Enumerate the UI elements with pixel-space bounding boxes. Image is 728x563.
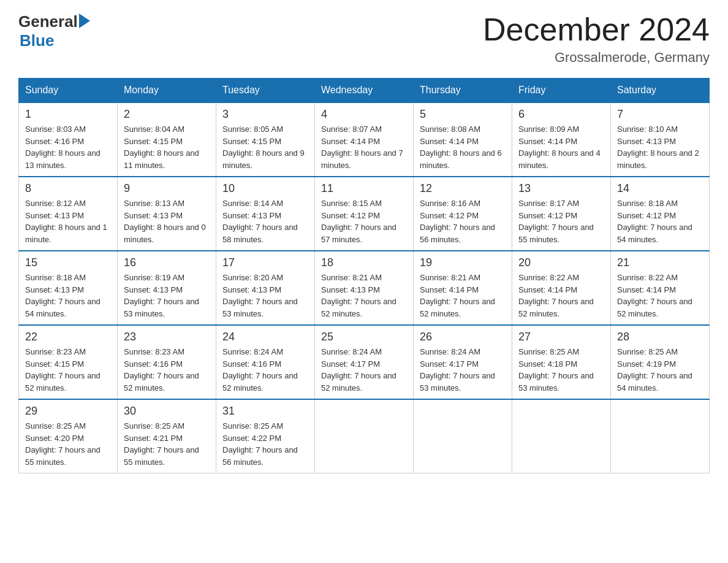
month-title: December 2024 xyxy=(483,12,710,47)
header-tuesday: Tuesday xyxy=(216,79,315,103)
day-info: Sunrise: 8:03 AMSunset: 4:16 PMDaylight:… xyxy=(25,123,111,171)
day-number: 16 xyxy=(124,256,210,269)
day-number: 23 xyxy=(124,331,210,343)
day-info: Sunrise: 8:13 AMSunset: 4:13 PMDaylight:… xyxy=(124,197,210,245)
calendar-cell: 23 Sunrise: 8:23 AMSunset: 4:16 PMDaylig… xyxy=(118,325,216,399)
day-number: 3 xyxy=(222,108,308,121)
calendar-cell: 20 Sunrise: 8:22 AMSunset: 4:14 PMDaylig… xyxy=(512,251,611,325)
calendar-cell: 7 Sunrise: 8:10 AMSunset: 4:13 PMDayligh… xyxy=(611,102,710,177)
logo-general-text: General xyxy=(18,12,78,31)
week-row-5: 29 Sunrise: 8:25 AMSunset: 4:20 PMDaylig… xyxy=(19,399,710,473)
day-info: Sunrise: 8:25 AMSunset: 4:19 PMDaylight:… xyxy=(617,346,703,394)
calendar-cell: 25 Sunrise: 8:24 AMSunset: 4:17 PMDaylig… xyxy=(315,325,414,399)
calendar-cell: 8 Sunrise: 8:12 AMSunset: 4:13 PMDayligh… xyxy=(19,177,118,251)
day-info: Sunrise: 8:21 AMSunset: 4:13 PMDaylight:… xyxy=(321,272,407,320)
page-header: General Blue December 2024 Grossalmerode… xyxy=(18,12,710,66)
day-info: Sunrise: 8:14 AMSunset: 4:13 PMDaylight:… xyxy=(222,197,308,245)
day-info: Sunrise: 8:25 AMSunset: 4:22 PMDaylight:… xyxy=(222,420,308,468)
calendar-table: SundayMondayTuesdayWednesdayThursdayFrid… xyxy=(18,78,710,473)
calendar-cell: 21 Sunrise: 8:22 AMSunset: 4:14 PMDaylig… xyxy=(611,251,710,325)
day-number: 9 xyxy=(124,182,210,195)
day-number: 31 xyxy=(222,405,308,418)
calendar-cell: 18 Sunrise: 8:21 AMSunset: 4:13 PMDaylig… xyxy=(315,251,414,325)
day-info: Sunrise: 8:10 AMSunset: 4:13 PMDaylight:… xyxy=(617,123,703,171)
calendar-cell xyxy=(414,399,512,473)
logo: General Blue xyxy=(18,12,90,50)
day-info: Sunrise: 8:24 AMSunset: 4:17 PMDaylight:… xyxy=(321,346,407,394)
calendar-cell: 26 Sunrise: 8:24 AMSunset: 4:17 PMDaylig… xyxy=(414,325,512,399)
logo-arrow-icon xyxy=(79,13,90,28)
day-info: Sunrise: 8:18 AMSunset: 4:12 PMDaylight:… xyxy=(617,197,703,245)
calendar-cell: 14 Sunrise: 8:18 AMSunset: 4:12 PMDaylig… xyxy=(611,177,710,251)
title-section: December 2024 Grossalmerode, Germany xyxy=(483,12,710,66)
calendar-cell: 22 Sunrise: 8:23 AMSunset: 4:15 PMDaylig… xyxy=(19,325,118,399)
day-info: Sunrise: 8:19 AMSunset: 4:13 PMDaylight:… xyxy=(124,272,210,320)
calendar-cell: 10 Sunrise: 8:14 AMSunset: 4:13 PMDaylig… xyxy=(216,177,315,251)
day-info: Sunrise: 8:20 AMSunset: 4:13 PMDaylight:… xyxy=(222,272,308,320)
day-info: Sunrise: 8:15 AMSunset: 4:12 PMDaylight:… xyxy=(321,197,407,245)
header-monday: Monday xyxy=(118,79,216,103)
day-number: 4 xyxy=(321,108,407,121)
calendar-cell: 5 Sunrise: 8:08 AMSunset: 4:14 PMDayligh… xyxy=(414,102,512,177)
day-number: 29 xyxy=(25,405,111,418)
calendar-header-row: SundayMondayTuesdayWednesdayThursdayFrid… xyxy=(19,79,710,103)
day-info: Sunrise: 8:22 AMSunset: 4:14 PMDaylight:… xyxy=(518,272,604,320)
day-info: Sunrise: 8:25 AMSunset: 4:18 PMDaylight:… xyxy=(518,346,604,394)
day-number: 22 xyxy=(25,331,111,343)
week-row-3: 15 Sunrise: 8:18 AMSunset: 4:13 PMDaylig… xyxy=(19,251,710,325)
day-info: Sunrise: 8:24 AMSunset: 4:17 PMDaylight:… xyxy=(420,346,506,394)
calendar-cell: 1 Sunrise: 8:03 AMSunset: 4:16 PMDayligh… xyxy=(19,102,118,177)
calendar-cell: 27 Sunrise: 8:25 AMSunset: 4:18 PMDaylig… xyxy=(512,325,611,399)
day-info: Sunrise: 8:24 AMSunset: 4:16 PMDaylight:… xyxy=(222,346,308,394)
day-number: 11 xyxy=(321,182,407,195)
day-number: 5 xyxy=(420,108,506,121)
calendar-cell: 16 Sunrise: 8:19 AMSunset: 4:13 PMDaylig… xyxy=(118,251,216,325)
header-sunday: Sunday xyxy=(19,79,118,103)
calendar-cell: 13 Sunrise: 8:17 AMSunset: 4:12 PMDaylig… xyxy=(512,177,611,251)
header-saturday: Saturday xyxy=(611,79,710,103)
day-number: 15 xyxy=(25,256,111,269)
day-number: 21 xyxy=(617,256,703,269)
day-info: Sunrise: 8:04 AMSunset: 4:15 PMDaylight:… xyxy=(124,123,210,171)
day-number: 10 xyxy=(222,182,308,195)
calendar-cell: 15 Sunrise: 8:18 AMSunset: 4:13 PMDaylig… xyxy=(19,251,118,325)
calendar-cell: 28 Sunrise: 8:25 AMSunset: 4:19 PMDaylig… xyxy=(611,325,710,399)
day-number: 8 xyxy=(25,182,111,195)
logo-blue-text: Blue xyxy=(20,31,54,50)
day-number: 25 xyxy=(321,331,407,343)
day-number: 12 xyxy=(420,182,506,195)
calendar-cell xyxy=(611,399,710,473)
calendar-cell xyxy=(512,399,611,473)
day-number: 27 xyxy=(518,331,604,343)
week-row-1: 1 Sunrise: 8:03 AMSunset: 4:16 PMDayligh… xyxy=(19,102,710,177)
day-info: Sunrise: 8:07 AMSunset: 4:14 PMDaylight:… xyxy=(321,123,407,171)
day-info: Sunrise: 8:09 AMSunset: 4:14 PMDaylight:… xyxy=(518,123,604,171)
day-info: Sunrise: 8:16 AMSunset: 4:12 PMDaylight:… xyxy=(420,197,506,245)
day-info: Sunrise: 8:25 AMSunset: 4:21 PMDaylight:… xyxy=(124,420,210,468)
day-info: Sunrise: 8:17 AMSunset: 4:12 PMDaylight:… xyxy=(518,197,604,245)
day-number: 7 xyxy=(617,108,703,121)
week-row-2: 8 Sunrise: 8:12 AMSunset: 4:13 PMDayligh… xyxy=(19,177,710,251)
calendar-cell: 19 Sunrise: 8:21 AMSunset: 4:14 PMDaylig… xyxy=(414,251,512,325)
day-number: 20 xyxy=(518,256,604,269)
day-number: 19 xyxy=(420,256,506,269)
day-number: 1 xyxy=(25,108,111,121)
header-wednesday: Wednesday xyxy=(315,79,414,103)
calendar-cell: 24 Sunrise: 8:24 AMSunset: 4:16 PMDaylig… xyxy=(216,325,315,399)
calendar-cell xyxy=(315,399,414,473)
day-info: Sunrise: 8:23 AMSunset: 4:16 PMDaylight:… xyxy=(124,346,210,394)
header-friday: Friday xyxy=(512,79,611,103)
day-number: 2 xyxy=(124,108,210,121)
calendar-cell: 17 Sunrise: 8:20 AMSunset: 4:13 PMDaylig… xyxy=(216,251,315,325)
calendar-cell: 30 Sunrise: 8:25 AMSunset: 4:21 PMDaylig… xyxy=(118,399,216,473)
day-number: 13 xyxy=(518,182,604,195)
day-info: Sunrise: 8:08 AMSunset: 4:14 PMDaylight:… xyxy=(420,123,506,171)
week-row-4: 22 Sunrise: 8:23 AMSunset: 4:15 PMDaylig… xyxy=(19,325,710,399)
calendar-cell: 11 Sunrise: 8:15 AMSunset: 4:12 PMDaylig… xyxy=(315,177,414,251)
day-number: 24 xyxy=(222,331,308,343)
header-thursday: Thursday xyxy=(414,79,512,103)
day-info: Sunrise: 8:23 AMSunset: 4:15 PMDaylight:… xyxy=(25,346,111,394)
day-info: Sunrise: 8:05 AMSunset: 4:15 PMDaylight:… xyxy=(222,123,308,171)
day-info: Sunrise: 8:25 AMSunset: 4:20 PMDaylight:… xyxy=(25,420,111,468)
calendar-cell: 12 Sunrise: 8:16 AMSunset: 4:12 PMDaylig… xyxy=(414,177,512,251)
